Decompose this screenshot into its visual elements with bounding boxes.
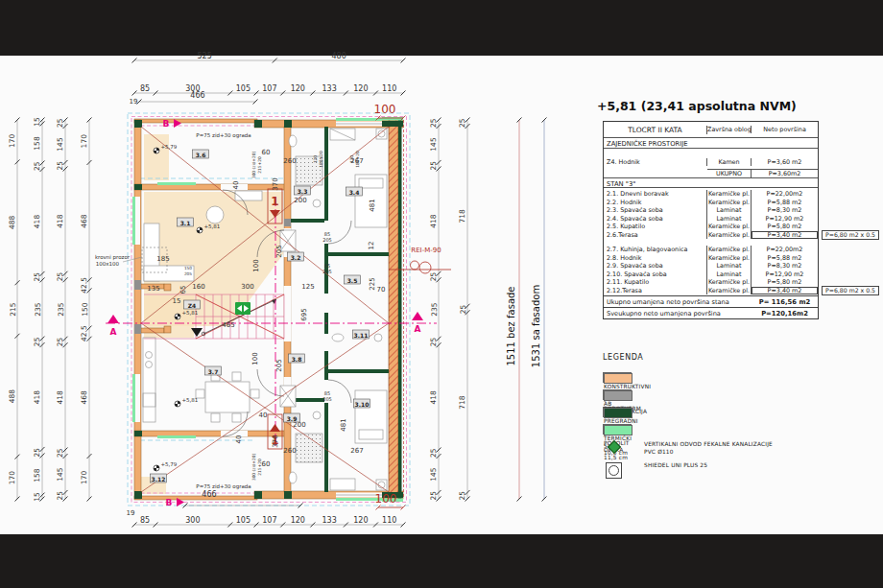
svg-text:15: 15	[34, 117, 42, 127]
svg-text:25: 25	[57, 337, 65, 346]
table-row: 2.7. Kuhinja, blagovaonica Keramičke pl.…	[604, 246, 818, 254]
svg-text:170: 170	[81, 470, 89, 484]
svg-text:205: 205	[184, 271, 192, 276]
svg-text:235: 235	[34, 302, 42, 317]
room-area-note: P=6,80 m2 x 0.5	[822, 286, 879, 295]
svg-text:418: 418	[430, 390, 439, 405]
room-area: P=22,00m2	[752, 246, 818, 254]
svg-text:170: 170	[81, 134, 89, 149]
table-row: 2.8. Hodnik Keramičke pl. P=5,88 m2	[604, 254, 818, 263]
svg-text:695: 695	[300, 308, 308, 320]
height-without-facade-label: 1511 bez fasade	[506, 286, 516, 365]
svg-text:60: 60	[262, 149, 271, 156]
room-area: P=12,90 m2	[752, 215, 818, 223]
svg-text:40: 40	[259, 412, 268, 419]
room-finish: Laminat	[707, 270, 752, 279]
svg-text:267: 267	[350, 447, 363, 455]
svg-text:488: 488	[9, 389, 17, 404]
legend-swatch-icon	[604, 390, 632, 401]
svg-text:145: 145	[430, 467, 439, 482]
svg-text:25: 25	[430, 337, 439, 346]
svg-text:105: 105	[236, 84, 251, 93]
room-name: 2.1. Dnevni boravak	[604, 190, 707, 199]
table-row: 2.5. Kupatilo Keramičke pl. P=5,80 m2	[604, 223, 818, 231]
svg-text:+5,79: +5,79	[161, 144, 178, 150]
total1-label: Ukupno umanjena neto površina stana	[604, 298, 752, 306]
svg-text:145: 145	[57, 467, 65, 482]
table-row: 2.2. Hodnik Keramičke pl. P=5,88 m2	[604, 199, 818, 207]
legend-symbol	[604, 390, 632, 401]
total1-value: P= 116,56 m2	[752, 298, 818, 306]
legend-swatch-icon	[604, 373, 632, 384]
svg-text:150: 150	[184, 266, 192, 270]
svg-text:A: A	[110, 327, 117, 337]
legend-swatch-icon	[604, 408, 632, 418]
room-finish: Keramičke pl.	[707, 287, 752, 295]
room-finish: Laminat	[707, 262, 752, 270]
room-finish: Keramičke pl.	[707, 246, 752, 254]
svg-text:180+20: 180+20	[319, 151, 323, 168]
svg-text:120: 120	[349, 155, 354, 163]
room-finish: Keramičke pl.	[707, 231, 752, 240]
svg-text:3.11: 3.11	[354, 332, 369, 339]
svg-text:25: 25	[57, 491, 65, 501]
svg-text:418: 418	[34, 215, 42, 229]
svg-text:3.10: 3.10	[355, 401, 370, 408]
svg-text:REI-M-90: REI-M-90	[411, 247, 441, 254]
room-name: 2.5. Kupatilo	[604, 223, 707, 231]
svg-text:133: 133	[322, 516, 336, 525]
ukupno-value: P=3,60m2	[752, 169, 818, 177]
room-area: P=5,80 m2	[752, 278, 818, 287]
svg-text:481: 481	[369, 199, 376, 211]
room-area: P=22,00m2	[752, 190, 818, 199]
room-finish: Laminat	[707, 215, 752, 223]
svg-text:25: 25	[430, 272, 439, 282]
svg-text:107: 107	[262, 84, 276, 93]
svg-text:B: B	[163, 119, 170, 129]
svg-text:25: 25	[430, 161, 439, 171]
table-row: 2.11. Kupatilo Keramičke pl. P=5,80 m2	[604, 278, 818, 287]
svg-text:P=75 zid+30 ograda: P=75 zid+30 ograda	[196, 483, 251, 490]
svg-text:300: 300	[241, 283, 253, 291]
svg-text:300 (zid+20): 300 (zid+20)	[251, 454, 256, 481]
legend-item: KONSTRUKTIVNI ZIDOVI - POROTHERM 25 cm	[603, 372, 632, 383]
room-name: 2.8. Hodnik	[604, 254, 707, 263]
room-name: 2.4. Spavaća soba	[604, 215, 707, 223]
room-rows: 2.1. Dnevni boravak Keramičke pl. P=22,0…	[604, 188, 818, 295]
ukupno-label: UKUPNO	[707, 169, 752, 177]
room-name: 2.11. Kupatilo	[604, 278, 707, 287]
svg-text:300 (zid+20): 300 (zid+20)	[251, 152, 256, 178]
svg-text:120: 120	[291, 516, 305, 525]
room-area-note: P=6,80 m2 x 0.5	[822, 230, 879, 240]
svg-text:A: A	[415, 324, 421, 334]
table-row: 2.9. Spavaća soba Laminat P=8,30 m2	[604, 262, 818, 270]
table-header-area: Neto površina	[752, 126, 818, 133]
room-name: 2.10. Spavaća soba	[604, 270, 707, 279]
svg-text:110: 110	[382, 516, 396, 525]
svg-text:40: 40	[235, 435, 243, 444]
legend-label: SHIEDEL UNI PLUS 25	[644, 462, 707, 470]
room-finish: Keramičke pl.	[707, 223, 752, 231]
svg-text:135: 135	[147, 285, 159, 293]
svg-text:300: 300	[185, 516, 200, 525]
room-area: P=3,40 m2	[752, 287, 818, 295]
svg-text:225: 225	[369, 277, 376, 290]
table-row: 2.6.Terasa Keramičke pl. P=3,40 m2 P=6,8…	[604, 231, 818, 240]
svg-text:145: 145	[430, 137, 439, 152]
svg-text:125: 125	[301, 283, 314, 291]
svg-text:160: 160	[192, 283, 204, 291]
svg-text:P=75 zid+30 ograda: P=75 zid+30 ograda	[196, 132, 251, 139]
svg-text:40: 40	[232, 181, 240, 190]
legend-item: SHIEDEL UNI PLUS 25	[603, 462, 862, 479]
svg-text:+5,81: +5,81	[182, 310, 199, 316]
room-area: P=12,90 m2	[752, 270, 818, 279]
svg-text:3.7: 3.7	[208, 368, 219, 375]
svg-text:205: 205	[275, 359, 283, 371]
svg-text:85: 85	[140, 84, 150, 93]
room-area: P=5,88 m2	[752, 254, 818, 263]
svg-text:418: 418	[57, 390, 65, 405]
svg-text:B: B	[166, 498, 173, 507]
room-finish: Keramičke pl.	[707, 254, 752, 263]
svg-text:25: 25	[57, 448, 65, 458]
svg-text:133: 133	[322, 84, 336, 93]
